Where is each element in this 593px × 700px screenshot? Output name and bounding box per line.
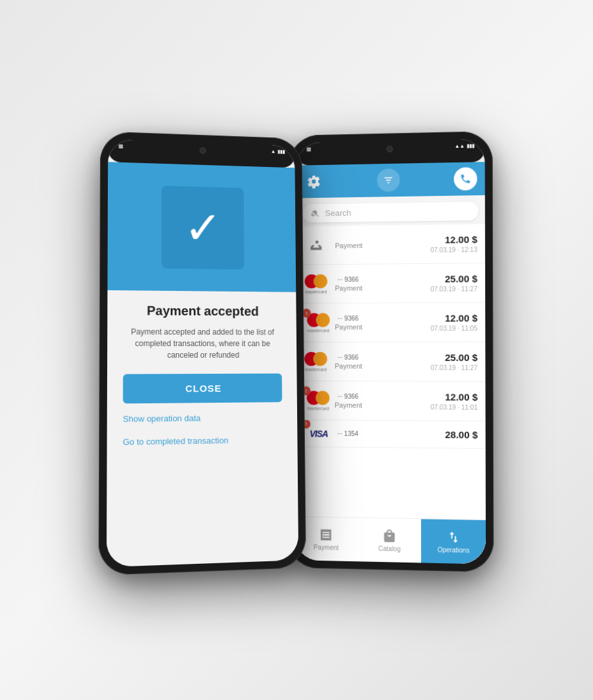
go-to-transaction-link[interactable]: Go to completed transaction (123, 432, 282, 450)
status-left-icon: ▩ (118, 143, 123, 149)
wifi-icon-r: ▲▲ (454, 143, 465, 149)
transaction-amount: 28.00 $ (445, 429, 477, 441)
transaction-info: ··· 9366 Payment (335, 275, 424, 292)
search-icon (311, 209, 320, 218)
filter-icon[interactable] (377, 168, 400, 191)
close-button[interactable]: CLOSE (123, 374, 282, 404)
transaction-amount: 12.00 $ 07.03.19 · 11:01 (431, 391, 477, 411)
nav-operations-label: Operations (438, 546, 470, 554)
right-phone-screen: ▩ ▲▲ ▮▮▮ (295, 139, 486, 564)
success-header: ✓ (107, 162, 296, 292)
checkmark-icon: ✓ (184, 205, 222, 251)
bag-icon (382, 529, 397, 543)
left-phone-screen: ▩ ▲ ▮▮▮ ✓ Payment accepted (107, 139, 298, 567)
status-right-icon: ▩ (306, 146, 311, 152)
transaction-amount: 12.00 $ 07.03.19 · 11:05 (431, 313, 477, 332)
payment-icon-wrap (304, 232, 329, 258)
nav-payment-label: Payment (314, 543, 339, 551)
transaction-item[interactable]: ! mastercard ··· 9366 (296, 302, 486, 342)
visa-icon-wrap: ! VISA (303, 421, 329, 446)
left-body: Payment accepted Payment accepted and ad… (107, 290, 298, 567)
receipt-icon (319, 527, 333, 542)
left-content: ✓ Payment accepted Payment accepted and … (107, 162, 298, 567)
transaction-info: ··· 9366 Payment (334, 392, 424, 409)
transaction-amount: 25.00 $ 07.03.19 · 11:27 (431, 352, 477, 371)
phone-left: ▩ ▲ ▮▮▮ ✓ Payment accepted (98, 131, 306, 575)
mastercard-icon-wrap: mastercard (304, 271, 329, 297)
transaction-label: Payment (335, 241, 424, 249)
search-placeholder: Search (325, 208, 351, 218)
mastercard-error-icon-wrap2: ! mastercard (303, 388, 329, 414)
transaction-info: ··· 9366 Payment (335, 353, 424, 369)
mastercard-icon-wrap2: mastercard (303, 349, 328, 374)
transactions-list: Payment 12.00 $ 07.03.19 · 12:13 (295, 224, 486, 520)
transaction-item[interactable]: mastercard ··· 9366 Payment 25.00 $ 07.0… (295, 342, 485, 382)
show-operation-link[interactable]: Show operation data (123, 410, 282, 426)
nav-operations[interactable]: Operations (421, 519, 486, 564)
checkmark-box: ✓ (162, 186, 245, 269)
transaction-item[interactable]: mastercard ··· 9366 Payment 25.00 $ 07.0… (296, 263, 485, 304)
payment-description: Payment accepted and added to the list o… (126, 326, 279, 362)
transaction-amount: 25.00 $ 07.03.19 · 11:27 (431, 273, 477, 293)
nav-catalog-label: Catalog (378, 545, 400, 552)
transaction-item[interactable]: ! VISA ··· 1354 28.00 $ (295, 420, 486, 449)
battery-icon-r: ▮▮▮ (467, 143, 474, 149)
transaction-info: ··· 1354 (334, 430, 438, 438)
notch-right: ▩ ▲▲ ▮▮▮ (296, 139, 485, 165)
mastercard-error-icon-wrap: ! mastercard (303, 310, 328, 335)
phone-call-icon[interactable] (454, 167, 477, 190)
settings-icon[interactable] (304, 171, 323, 192)
transaction-info: ··· 9366 Payment (335, 314, 424, 330)
hand-payment-icon (307, 236, 326, 255)
right-header (296, 162, 485, 198)
payment-title: Payment accepted (147, 304, 259, 319)
nav-catalog[interactable]: Catalog (357, 518, 421, 563)
right-content: Search Payment (295, 162, 486, 564)
battery-icon: ▮▮▮ (277, 149, 285, 155)
transaction-info: Payment (335, 240, 424, 249)
arrows-icon (446, 530, 460, 545)
transaction-item[interactable]: Payment 12.00 $ 07.03.19 · 12:13 (296, 224, 485, 265)
search-bar[interactable]: Search (302, 202, 478, 223)
transaction-amount: 12.00 $ 07.03.19 · 12:13 (431, 234, 477, 254)
visa-logo: VISA (309, 428, 327, 439)
wifi-icon: ▲ (271, 148, 276, 154)
phone-right: ▩ ▲▲ ▮▮▮ (287, 131, 494, 572)
bottom-nav: Payment Catalog Operations (295, 516, 486, 564)
transaction-item[interactable]: ! mastercard ··· 9366 (295, 381, 485, 422)
